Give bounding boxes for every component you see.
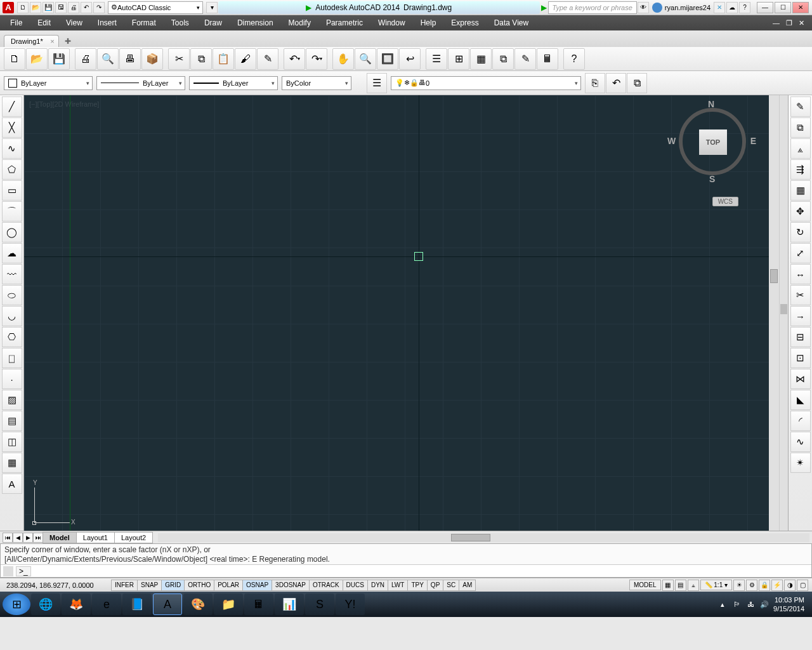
tray-show-hidden-icon[interactable]: ▴ — [717, 599, 728, 609]
fillet-icon[interactable]: ◜ — [790, 411, 811, 431]
properties-icon[interactable]: ☰ — [426, 48, 447, 70]
viewcube-top[interactable]: TOP — [699, 129, 727, 155]
tab-next-icon[interactable]: ▶ — [23, 533, 33, 543]
tray-flag-icon[interactable]: 🏳 — [731, 599, 742, 609]
lock-ui-icon[interactable]: 🔒 — [759, 580, 770, 591]
vertical-scrollbar[interactable] — [769, 95, 779, 531]
viewcube-west[interactable]: W — [667, 136, 676, 146]
spline-icon[interactable]: 〰 — [2, 264, 22, 284]
tab-prev-icon[interactable]: ◀ — [13, 533, 23, 543]
stretch-icon[interactable]: ↔ — [790, 264, 811, 284]
paint-icon[interactable]: 🎨 — [183, 594, 213, 615]
blend-icon[interactable]: ∿ — [790, 432, 811, 452]
annotation-scale-icon[interactable]: ⟁ — [688, 580, 699, 591]
extend-icon[interactable]: → — [790, 306, 811, 326]
markup-icon[interactable]: ✎ — [514, 48, 536, 70]
status-otrack[interactable]: OTRACK — [309, 580, 343, 591]
quick-view-drawings-icon[interactable]: ▤ — [675, 580, 686, 591]
app-menu-icon[interactable]: A — [3, 2, 14, 13]
ie-icon[interactable]: e — [92, 594, 121, 615]
rectangle-icon[interactable]: ▭ — [2, 180, 22, 201]
menu-window[interactable]: Window — [370, 15, 413, 30]
quick-view-layouts-icon[interactable]: ▦ — [662, 580, 674, 591]
model-space-button[interactable]: MODEL — [629, 580, 661, 590]
toolpalettes-icon[interactable]: ▦ — [470, 48, 492, 70]
menu-express[interactable]: Express — [443, 15, 486, 30]
layer-combo[interactable]: 💡❄🔒🖶 0 — [391, 76, 581, 90]
tab-last-icon[interactable]: ⏭ — [33, 533, 43, 543]
layer-states-icon[interactable]: ⎘ — [585, 73, 605, 93]
tray-volume-icon[interactable]: 🔊 — [759, 599, 769, 609]
zoom-previous-icon[interactable]: ↩ — [399, 48, 421, 70]
menu-dimension[interactable]: Dimension — [230, 15, 281, 30]
menu-dataview[interactable]: Data View — [487, 15, 536, 30]
menu-insert[interactable]: Insert — [90, 15, 124, 30]
hardware-acceleration-icon[interactable]: ⚡ — [771, 580, 783, 591]
qat-plot-icon[interactable]: 🖨 — [68, 2, 79, 13]
qat-undo-icon[interactable]: ↶ — [81, 2, 92, 13]
workspace-selector[interactable]: ⚙ AutoCAD Classic — [108, 1, 203, 14]
line-icon[interactable]: ╱ — [2, 96, 22, 117]
status-snap[interactable]: SNAP — [137, 580, 162, 591]
ellipse-arc-icon[interactable]: ◡ — [2, 306, 22, 326]
make-block-icon[interactable]: ⎕ — [2, 348, 22, 368]
status-sc[interactable]: SC — [443, 580, 459, 591]
status-am[interactable]: AM — [459, 580, 476, 591]
viewcube-north[interactable]: N — [708, 99, 714, 109]
qat-open-icon[interactable]: 📂 — [30, 2, 41, 13]
new-icon[interactable]: 🗋 — [4, 48, 25, 70]
circle-icon[interactable]: ◯ — [2, 222, 22, 242]
layer-previous-icon[interactable]: ↶ — [606, 73, 626, 93]
zoom-realtime-icon[interactable]: 🔍 — [355, 48, 376, 70]
tab-first-icon[interactable]: ⏮ — [3, 533, 13, 543]
polyline-icon[interactable]: ∿ — [2, 138, 22, 159]
layer-properties-icon[interactable]: ☰ — [367, 73, 387, 93]
qat-save-icon[interactable]: 💾 — [43, 2, 54, 13]
menu-help[interactable]: Help — [413, 15, 444, 30]
point-icon[interactable]: · — [2, 369, 22, 389]
print-icon[interactable]: 🖨 — [75, 48, 96, 70]
construction-line-icon[interactable]: ╳ — [2, 117, 22, 138]
publish-icon[interactable]: 🖶 — [119, 48, 141, 70]
minimize-button[interactable]: — — [757, 2, 773, 13]
files-icon[interactable]: 📁 — [214, 594, 243, 615]
annotation-visibility-icon[interactable]: ☀ — [733, 580, 745, 591]
save-icon[interactable]: 💾 — [48, 48, 70, 70]
quickcalc-icon[interactable]: 🖩 — [537, 48, 558, 70]
plotstyle-combo[interactable]: ByColor — [282, 76, 351, 90]
offset-icon[interactable]: ⇶ — [790, 159, 811, 180]
join-icon[interactable]: ⋈ — [790, 369, 811, 389]
qat-redo-icon[interactable]: ↷ — [93, 2, 105, 13]
mirror-icon[interactable]: ⟁ — [790, 138, 811, 159]
hatch-icon[interactable]: ▨ — [2, 390, 22, 410]
cut-icon[interactable]: ✂ — [168, 48, 190, 70]
menu-tools[interactable]: Tools — [164, 15, 197, 30]
chrome-icon[interactable]: 🌐 — [31, 594, 60, 615]
matchprop-icon[interactable]: 🖌 — [235, 48, 256, 70]
doc-tab-drawing1[interactable]: Drawing1* × — [4, 35, 59, 47]
scale-icon[interactable]: ⤢ — [790, 243, 811, 263]
open-icon[interactable]: 📂 — [26, 48, 48, 70]
mtext-icon[interactable]: A — [2, 474, 22, 494]
qat-more-icon[interactable]: ▾ — [206, 2, 218, 13]
sheetset-icon[interactable]: ⧉ — [492, 48, 514, 70]
insert-block-icon[interactable]: ⎔ — [2, 327, 22, 347]
annotation-scale-combo[interactable]: 📏 1:1 ▾ — [700, 580, 732, 590]
tab-layout2[interactable]: Layout2 — [114, 532, 153, 543]
region-icon[interactable]: ◫ — [2, 432, 22, 452]
break-at-point-icon[interactable]: ⊟ — [790, 327, 811, 347]
status-qp[interactable]: QP — [427, 580, 443, 591]
status-grid[interactable]: GRID — [161, 580, 185, 591]
redo-icon[interactable]: ↷ — [306, 48, 327, 70]
tab-layout1[interactable]: Layout1 — [76, 532, 115, 543]
blockeditor-icon[interactable]: ✎ — [257, 48, 278, 70]
menu-file[interactable]: File — [3, 15, 30, 30]
viewcube-south[interactable]: S — [709, 174, 715, 184]
menu-modify[interactable]: Modify — [281, 15, 318, 30]
new-document-button[interactable]: ✚ — [62, 36, 74, 47]
qat-new-icon[interactable]: 🗋 — [17, 2, 29, 13]
drawing-canvas[interactable]: [−][Top][2D Wireframe] Y X TOP N S E W W… — [24, 95, 769, 531]
break-icon[interactable]: ⊡ — [790, 348, 811, 368]
paste-icon[interactable]: 📋 — [213, 48, 234, 70]
revcloud-icon[interactable]: ☁ — [2, 243, 22, 263]
